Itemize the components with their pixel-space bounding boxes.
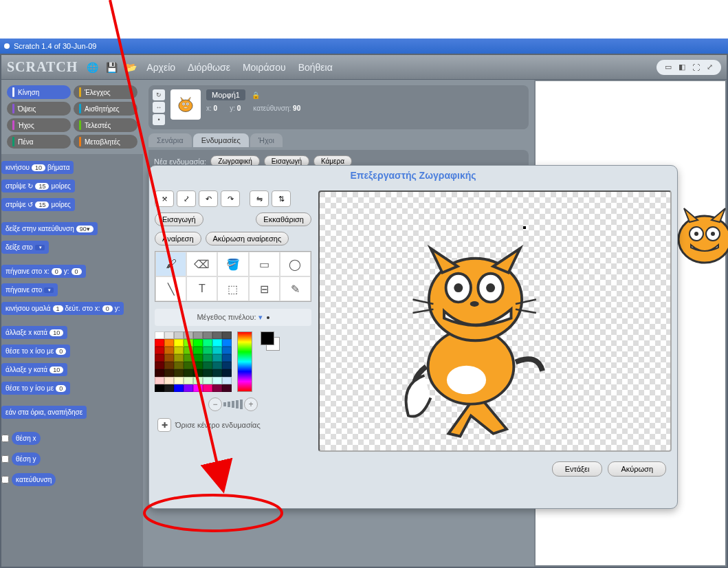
color-swatch[interactable] bbox=[184, 331, 193, 339]
color-swatch[interactable] bbox=[212, 347, 222, 354]
tab-costumes[interactable]: Ενδυμασίες bbox=[193, 133, 249, 147]
color-swatch[interactable] bbox=[193, 354, 203, 362]
grow-icon[interactable]: ⤧ bbox=[155, 190, 174, 207]
color-swatch[interactable] bbox=[203, 339, 212, 347]
color-swatch[interactable] bbox=[212, 377, 222, 384]
color-swatch[interactable] bbox=[164, 347, 174, 354]
color-swatch[interactable] bbox=[174, 339, 184, 347]
color-swatch[interactable] bbox=[164, 354, 174, 362]
save-icon[interactable]: 💾 bbox=[104, 60, 119, 75]
color-swatch[interactable] bbox=[174, 354, 184, 362]
lock-icon[interactable]: 🔒 bbox=[252, 91, 260, 99]
ok-button[interactable]: Εντάξει bbox=[552, 461, 603, 477]
color-palette[interactable] bbox=[155, 331, 232, 392]
sprite-on-stage[interactable] bbox=[670, 205, 728, 287]
color-swatch[interactable] bbox=[222, 347, 232, 354]
rotate-cw-icon[interactable]: ↷ bbox=[221, 190, 240, 207]
brush-tool-icon[interactable]: 🖌 bbox=[155, 252, 186, 276]
color-swatch[interactable] bbox=[164, 331, 174, 339]
category-variables[interactable]: Μεταβλητές bbox=[74, 135, 137, 149]
reporter-dir[interactable]: κατεύθυνση bbox=[12, 473, 56, 486]
color-swatch[interactable] bbox=[193, 384, 203, 392]
color-swatch[interactable] bbox=[212, 362, 222, 369]
color-swatch[interactable] bbox=[155, 362, 164, 369]
category-looks[interactable]: Όψεις bbox=[7, 102, 71, 116]
block-bounce[interactable]: εάν στα όρια, αναπήδησε bbox=[1, 406, 87, 419]
eyedropper-tool-icon[interactable]: ✎ bbox=[280, 276, 311, 301]
eraser-tool-icon[interactable]: ⌫ bbox=[186, 252, 217, 276]
color-swatch[interactable] bbox=[222, 377, 232, 384]
reporter-xpos[interactable]: θέση x bbox=[12, 432, 41, 445]
category-sensing[interactable]: Αισθητήρες bbox=[74, 102, 137, 116]
block-turn-cw[interactable]: στρίψε ↻15μοίρες bbox=[1, 179, 75, 193]
block-move[interactable]: κινήσου10βήματα bbox=[1, 161, 74, 174]
color-swatch[interactable] bbox=[193, 377, 203, 384]
color-swatch[interactable] bbox=[193, 339, 203, 347]
color-swatch[interactable] bbox=[164, 339, 174, 347]
color-swatch[interactable] bbox=[212, 354, 222, 362]
fill-tool-icon[interactable]: 🪣 bbox=[217, 252, 248, 276]
flip-v-icon[interactable]: ⇅ bbox=[272, 190, 291, 207]
menu-file[interactable]: Αρχείο bbox=[142, 62, 179, 73]
color-swatch[interactable] bbox=[222, 331, 232, 339]
color-swatch[interactable] bbox=[174, 347, 184, 354]
category-sound[interactable]: Ήχος bbox=[7, 118, 71, 132]
category-motion[interactable]: Κίνηση bbox=[7, 85, 71, 99]
text-tool-icon[interactable]: T bbox=[186, 276, 217, 301]
paint-import-button[interactable]: Εισαγωγή bbox=[155, 212, 203, 226]
globe-icon[interactable]: 🌐 bbox=[85, 60, 100, 75]
tab-scripts[interactable]: Σενάρια bbox=[148, 133, 192, 147]
open-icon[interactable]: 📂 bbox=[123, 60, 138, 75]
color-swatch[interactable] bbox=[155, 369, 164, 377]
xpos-checkbox[interactable] bbox=[1, 435, 9, 442]
rotate-full-icon[interactable]: ↻ bbox=[153, 89, 165, 100]
category-operators[interactable]: Τελεστές bbox=[74, 118, 137, 132]
tab-sounds[interactable]: Ήχοι bbox=[250, 133, 283, 147]
mode-present-icon[interactable]: ⤢ bbox=[703, 61, 716, 74]
category-control[interactable]: Έλεγχος bbox=[74, 85, 137, 99]
current-colors[interactable] bbox=[261, 331, 280, 351]
color-swatch[interactable] bbox=[212, 331, 222, 339]
shrink-icon[interactable]: ⤦ bbox=[177, 190, 196, 207]
block-change-y[interactable]: άλλαξε y κατά10 bbox=[1, 363, 67, 376]
color-swatch[interactable] bbox=[203, 331, 212, 339]
block-point-dir[interactable]: δείξε στην κατεύθυνση90▾ bbox=[1, 222, 98, 235]
color-swatch[interactable] bbox=[193, 362, 203, 369]
zoom-in-icon[interactable]: + bbox=[244, 397, 258, 411]
color-swatch[interactable] bbox=[203, 384, 212, 392]
set-center-button[interactable]: ✚ bbox=[157, 418, 171, 432]
color-swatch[interactable] bbox=[174, 362, 184, 369]
ypos-checkbox[interactable] bbox=[1, 455, 9, 463]
paint-canvas[interactable] bbox=[318, 190, 672, 452]
color-swatch[interactable] bbox=[184, 347, 193, 354]
color-swatch[interactable] bbox=[184, 377, 193, 384]
color-swatch[interactable] bbox=[174, 384, 184, 392]
color-swatch[interactable] bbox=[184, 339, 193, 347]
color-swatch[interactable] bbox=[212, 339, 222, 347]
undo-button[interactable]: Αναίρεση bbox=[155, 232, 201, 245]
rotate-lr-icon[interactable]: ↔ bbox=[153, 102, 165, 113]
block-point-to[interactable]: δείξε στο bbox=[1, 241, 49, 254]
flip-h-icon[interactable]: ⇋ bbox=[250, 190, 269, 207]
color-swatch[interactable] bbox=[203, 377, 212, 384]
block-set-y[interactable]: θέσε το y ίσο με0 bbox=[1, 382, 70, 395]
mode-full-icon[interactable]: ⛶ bbox=[690, 61, 702, 74]
block-turn-ccw[interactable]: στρίψε ↺15μοίρες bbox=[1, 198, 75, 211]
brush-size[interactable]: Μέγεθος πινέλου: ▾ bbox=[155, 309, 311, 326]
color-swatch[interactable] bbox=[203, 362, 212, 369]
color-swatch[interactable] bbox=[193, 347, 203, 354]
rotate-ccw-icon[interactable]: ↶ bbox=[199, 190, 218, 207]
menu-edit[interactable]: Διόρθωσε bbox=[184, 62, 234, 73]
color-swatch[interactable] bbox=[155, 331, 164, 339]
mode-normal-icon[interactable]: ◧ bbox=[676, 61, 688, 74]
color-swatch[interactable] bbox=[193, 369, 203, 377]
color-swatch[interactable] bbox=[193, 331, 203, 339]
color-swatch[interactable] bbox=[155, 384, 164, 392]
color-swatch[interactable] bbox=[164, 369, 174, 377]
color-swatch[interactable] bbox=[164, 377, 174, 384]
color-swatch[interactable] bbox=[222, 369, 232, 377]
menu-share[interactable]: Μοιράσου bbox=[239, 62, 290, 73]
color-swatch[interactable] bbox=[222, 362, 232, 369]
color-swatch[interactable] bbox=[184, 369, 193, 377]
redo-button[interactable]: Ακύρωση αναίρεσης bbox=[206, 232, 289, 245]
